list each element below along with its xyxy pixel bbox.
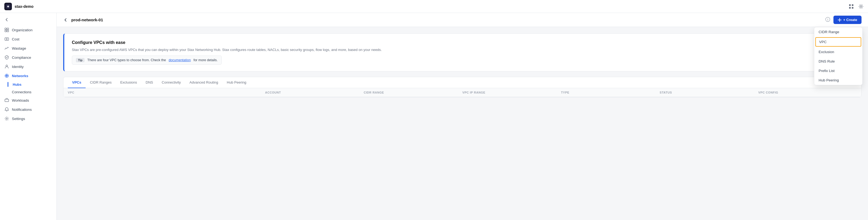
topbar-right xyxy=(848,4,864,9)
create-button[interactable]: + Create xyxy=(833,15,862,24)
tab-dns-label: DNS xyxy=(146,80,153,84)
col-header-vpc: VPC xyxy=(68,91,265,94)
sidebar-sub-label: Connections xyxy=(12,90,31,94)
app-logo xyxy=(4,3,12,10)
wastage-icon xyxy=(4,46,9,51)
tip-suffix: for more details. xyxy=(193,58,218,62)
sidebar-item-hubs[interactable]: Hubs xyxy=(12,80,57,88)
sidebar-item-label: Networks xyxy=(12,74,28,78)
tab-hub-peering-label: Hub Peering xyxy=(227,80,246,84)
banner-title: Configure VPCs with ease xyxy=(72,40,816,45)
dropdown-item-vpc[interactable]: VPC xyxy=(815,37,861,47)
sidebar-sub-label: Hubs xyxy=(13,82,22,86)
svg-rect-2 xyxy=(852,4,854,6)
sidebar-item-compliance[interactable]: Compliance xyxy=(0,53,57,62)
page-title: prod-network-01 xyxy=(71,17,103,22)
settings-icon[interactable] xyxy=(858,4,864,9)
tip-label: Tip xyxy=(76,58,85,62)
svg-rect-8 xyxy=(5,30,6,32)
settings-sidebar-icon xyxy=(4,116,9,121)
tab-vpcs[interactable]: VPCs xyxy=(68,77,86,88)
dropdown-item-prefix-list[interactable]: Prefix List xyxy=(814,66,862,75)
svg-point-5 xyxy=(860,6,862,7)
sidebar-item-label: Settings xyxy=(12,117,25,121)
page-header: prod-network-01 + Create xyxy=(57,13,868,27)
col-header-vpc-ip-range: VPC IP RANGE xyxy=(462,91,561,94)
sidebar-item-label: Identity xyxy=(12,65,24,69)
sidebar: Organization Cost Wastage xyxy=(0,13,57,220)
svg-rect-17 xyxy=(5,99,9,102)
sidebar-sub-nav: Hubs Connections xyxy=(0,80,57,96)
topbar: stax-demo xyxy=(0,0,868,13)
tabs-container: VPCs CIDR Ranges Exclusions DNS Connecti xyxy=(63,77,862,97)
sidebar-item-label: Wastage xyxy=(12,46,26,50)
cost-icon xyxy=(4,37,9,41)
tab-cidr-ranges[interactable]: CIDR Ranges xyxy=(86,77,116,88)
sidebar-item-label: Cost xyxy=(12,37,20,41)
svg-rect-6 xyxy=(5,28,6,30)
dropdown-item-exclusion[interactable]: Exclusion xyxy=(814,47,862,57)
tip-text: There are four VPC types to choose from.… xyxy=(87,58,166,62)
info-banner: Configure VPCs with ease Stax VPCs are p… xyxy=(63,33,862,71)
dropdown-item-dns-rule[interactable]: DNS Rule xyxy=(814,57,862,66)
create-button-label: + Create xyxy=(843,18,857,22)
col-header-cidr-range: CIDR RANGE xyxy=(364,91,462,94)
sidebar-item-cost[interactable]: Cost xyxy=(0,35,57,44)
sidebar-item-networks[interactable]: Networks xyxy=(0,71,57,80)
tab-dns[interactable]: DNS xyxy=(141,77,157,88)
main-content: prod-network-01 + Create xyxy=(57,13,868,220)
sidebar-item-label: Organization xyxy=(12,28,33,32)
tabs-list: VPCs CIDR Ranges Exclusions DNS Connecti xyxy=(68,77,251,88)
tab-exclusions-label: Exclusions xyxy=(120,80,137,84)
collapse-button[interactable] xyxy=(4,17,9,22)
sidebar-item-wastage[interactable]: Wastage xyxy=(0,44,57,53)
identity-icon xyxy=(4,64,9,69)
svg-rect-9 xyxy=(7,30,9,32)
tabs-bar: VPCs CIDR Ranges Exclusions DNS Connecti xyxy=(63,77,861,88)
page-header-right: + Create xyxy=(825,15,862,24)
tab-advanced-routing[interactable]: Advanced Routing xyxy=(185,77,222,88)
dropdown-item-hub-peering[interactable]: Hub Peering xyxy=(814,75,862,85)
col-header-account: ACCOUNT xyxy=(265,91,364,94)
dropdown-menu: CIDR Range VPC Exclusion DNS Rule Prefix… xyxy=(814,27,863,85)
svg-point-12 xyxy=(6,65,7,67)
svg-point-20 xyxy=(828,18,828,19)
sidebar-item-label: Compliance xyxy=(12,56,31,60)
svg-rect-7 xyxy=(7,28,9,30)
sidebar-item-organization[interactable]: Organization xyxy=(0,25,57,35)
dropdown-item-cidr-range[interactable]: CIDR Range xyxy=(814,27,862,37)
tab-exclusions[interactable]: Exclusions xyxy=(116,77,141,88)
svg-rect-3 xyxy=(849,7,851,9)
content-area: Configure VPCs with ease Stax VPCs are p… xyxy=(57,27,868,220)
col-header-status: STATUS xyxy=(660,91,758,94)
sidebar-collapse xyxy=(0,16,57,25)
sidebar-item-connections[interactable]: Connections xyxy=(12,88,57,96)
tab-connectivity-label: Connectivity xyxy=(162,80,181,84)
tab-connectivity[interactable]: Connectivity xyxy=(157,77,185,88)
workloads-icon xyxy=(4,98,9,103)
page-header-left: prod-network-01 xyxy=(63,17,103,23)
tab-vpcs-label: VPCs xyxy=(72,80,81,84)
col-header-type: TYPE xyxy=(561,91,659,94)
svg-point-18 xyxy=(6,118,7,119)
table-header: VPC ACCOUNT CIDR RANGE VPC IP RANGE TYPE… xyxy=(63,88,861,97)
sidebar-item-settings[interactable]: Settings xyxy=(0,114,57,123)
active-indicator xyxy=(7,82,8,87)
svg-rect-10 xyxy=(5,38,9,40)
grid-icon[interactable] xyxy=(848,4,854,9)
sidebar-item-workloads[interactable]: Workloads xyxy=(0,96,57,105)
banner-text: Configure VPCs with ease Stax VPCs are p… xyxy=(72,40,816,65)
main-layout: Organization Cost Wastage xyxy=(0,13,868,220)
tab-advanced-routing-label: Advanced Routing xyxy=(190,80,218,84)
info-icon[interactable] xyxy=(825,17,830,23)
tab-hub-peering[interactable]: Hub Peering xyxy=(222,77,251,88)
documentation-link[interactable]: documentation xyxy=(168,58,191,62)
app-name: stax-demo xyxy=(14,4,33,9)
networks-icon xyxy=(4,73,9,78)
back-button[interactable] xyxy=(63,17,68,23)
tip-box: Tip There are four VPC types to choose f… xyxy=(72,56,222,65)
sidebar-item-notifications[interactable]: Notifications xyxy=(0,105,57,114)
tab-cidr-ranges-label: CIDR Ranges xyxy=(90,80,112,84)
banner-description: Stax VPCs are pre-configured AWS VPCs th… xyxy=(72,47,816,53)
sidebar-item-identity[interactable]: Identity xyxy=(0,62,57,71)
